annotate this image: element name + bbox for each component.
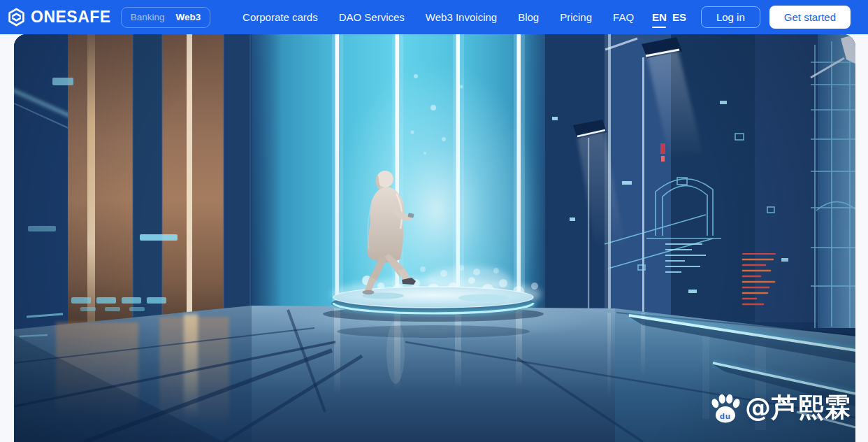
onesafe-logo[interactable]: ONESAFE [7, 8, 111, 27]
get-started-button[interactable]: Get started [769, 6, 851, 29]
language-option-en[interactable]: EN [652, 11, 667, 23]
banking-web3-toggle: Banking Web3 [121, 7, 211, 28]
nav-link-pricing[interactable]: Pricing [560, 11, 592, 23]
onesafe-hexagon-logo-icon [7, 8, 26, 27]
nav-link-web3-invoicing[interactable]: Web3 Invoicing [426, 11, 497, 23]
toggle-option-web3[interactable]: Web3 [175, 12, 201, 22]
page-main: du @芦熙霖 [0, 34, 868, 442]
baidu-paw-du-text: du [720, 412, 731, 420]
nav-link-blog[interactable]: Blog [518, 11, 539, 23]
toggle-option-banking[interactable]: Banking [131, 12, 165, 22]
top-navigation-bar: ONESAFE Banking Web3 Corporate cards DAO… [0, 0, 868, 34]
nav-link-dao-services[interactable]: DAO Services [339, 11, 405, 23]
baidu-paw-icon: du [709, 392, 742, 424]
watermark-text: @芦熙霖 [745, 390, 851, 425]
language-switcher: EN ES [652, 11, 686, 23]
language-option-es[interactable]: ES [672, 11, 686, 23]
hero-image: du @芦熙霖 [14, 34, 855, 442]
hero-illustration [14, 34, 855, 442]
login-button[interactable]: Log in [701, 6, 760, 28]
main-navigation: Corporate cards DAO Services Web3 Invoic… [243, 11, 634, 23]
nav-link-faq[interactable]: FAQ [613, 11, 634, 23]
logo-wordmark: ONESAFE [31, 9, 111, 25]
nav-link-corporate-cards[interactable]: Corporate cards [243, 11, 318, 23]
baidu-watermark: du @芦熙霖 [709, 390, 851, 425]
vignette-overlay [14, 34, 855, 442]
